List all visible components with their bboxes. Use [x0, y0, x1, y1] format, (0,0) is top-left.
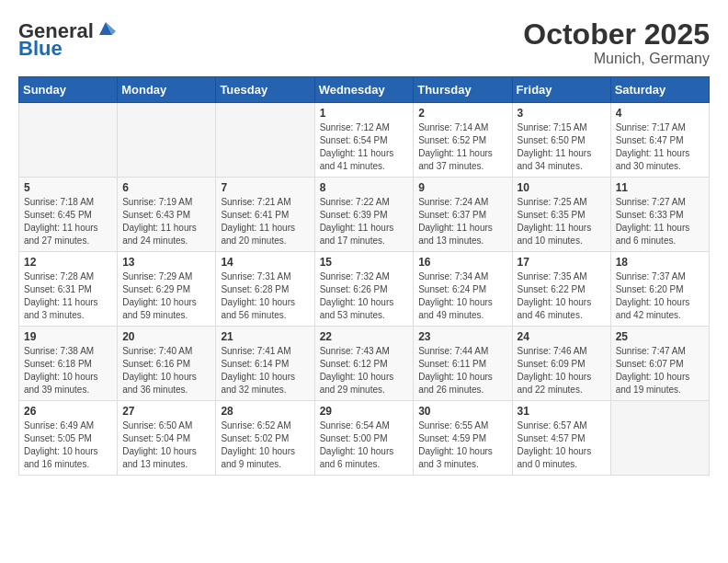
day-info: Sunrise: 7:12 AM Sunset: 6:54 PM Dayligh… [320, 121, 409, 173]
day-number: 22 [320, 330, 409, 343]
calendar-cell: 15Sunrise: 7:32 AM Sunset: 6:26 PM Dayli… [314, 252, 414, 327]
day-number: 12 [24, 256, 112, 269]
calendar-cell: 17Sunrise: 7:35 AM Sunset: 6:22 PM Dayli… [512, 252, 610, 327]
day-number: 21 [221, 330, 309, 343]
day-number: 20 [122, 330, 210, 343]
day-number: 25 [616, 330, 704, 343]
logo-blue-text: Blue [18, 37, 63, 61]
weekday-header: Sunday [19, 77, 118, 103]
day-info: Sunrise: 7:19 AM Sunset: 6:43 PM Dayligh… [122, 196, 210, 247]
day-info: Sunrise: 6:50 AM Sunset: 5:04 PM Dayligh… [122, 419, 210, 471]
calendar-cell: 18Sunrise: 7:37 AM Sunset: 6:20 PM Dayli… [610, 252, 709, 327]
calendar-cell: 30Sunrise: 6:55 AM Sunset: 4:59 PM Dayli… [414, 401, 512, 476]
day-info: Sunrise: 7:28 AM Sunset: 6:31 PM Dayligh… [24, 270, 112, 322]
calendar-cell: 3Sunrise: 7:15 AM Sunset: 6:50 PM Daylig… [512, 103, 610, 178]
day-number: 15 [320, 256, 409, 269]
logo: General Blue [18, 18, 116, 61]
calendar-cell: 9Sunrise: 7:24 AM Sunset: 6:37 PM Daylig… [414, 178, 512, 252]
logo-icon [96, 18, 116, 39]
day-info: Sunrise: 7:35 AM Sunset: 6:22 PM Dayligh… [518, 270, 606, 322]
day-info: Sunrise: 7:47 AM Sunset: 6:07 PM Dayligh… [616, 345, 704, 396]
calendar-cell [19, 103, 118, 178]
day-info: Sunrise: 7:14 AM Sunset: 6:52 PM Dayligh… [418, 121, 506, 173]
day-info: Sunrise: 7:38 AM Sunset: 6:18 PM Dayligh… [24, 345, 112, 396]
day-info: Sunrise: 7:46 AM Sunset: 6:09 PM Dayligh… [518, 345, 606, 396]
calendar-cell [610, 401, 709, 476]
day-number: 23 [418, 330, 506, 343]
day-info: Sunrise: 7:32 AM Sunset: 6:26 PM Dayligh… [320, 270, 409, 322]
day-info: Sunrise: 7:34 AM Sunset: 6:24 PM Dayligh… [418, 270, 506, 322]
calendar-cell: 29Sunrise: 6:54 AM Sunset: 5:00 PM Dayli… [314, 401, 414, 476]
weekday-header: Tuesday [216, 77, 314, 103]
day-number: 4 [616, 107, 704, 120]
calendar-cell: 7Sunrise: 7:21 AM Sunset: 6:41 PM Daylig… [216, 178, 314, 252]
page-header: General Blue October 2025 Munich, German… [18, 18, 710, 67]
weekday-header: Thursday [414, 77, 512, 103]
day-info: Sunrise: 7:21 AM Sunset: 6:41 PM Dayligh… [221, 196, 309, 247]
title-area: October 2025 Munich, Germany [523, 18, 710, 67]
calendar-table: SundayMondayTuesdayWednesdayThursdayFrid… [18, 76, 710, 476]
day-info: Sunrise: 6:49 AM Sunset: 5:05 PM Dayligh… [24, 419, 112, 471]
calendar-cell [216, 103, 314, 178]
calendar-week-row: 12Sunrise: 7:28 AM Sunset: 6:31 PM Dayli… [19, 252, 710, 327]
day-number: 5 [24, 181, 112, 194]
calendar-cell: 21Sunrise: 7:41 AM Sunset: 6:14 PM Dayli… [216, 327, 314, 401]
day-number: 1 [320, 107, 409, 120]
calendar-cell: 24Sunrise: 7:46 AM Sunset: 6:09 PM Dayli… [512, 327, 610, 401]
calendar-cell: 26Sunrise: 6:49 AM Sunset: 5:05 PM Dayli… [19, 401, 118, 476]
day-info: Sunrise: 6:55 AM Sunset: 4:59 PM Dayligh… [418, 419, 506, 471]
day-info: Sunrise: 7:44 AM Sunset: 6:11 PM Dayligh… [418, 345, 506, 396]
calendar-week-row: 1Sunrise: 7:12 AM Sunset: 6:54 PM Daylig… [19, 103, 710, 178]
day-info: Sunrise: 7:31 AM Sunset: 6:28 PM Dayligh… [221, 270, 309, 322]
day-number: 31 [518, 405, 606, 418]
calendar-header-row: SundayMondayTuesdayWednesdayThursdayFrid… [19, 77, 710, 103]
day-info: Sunrise: 6:52 AM Sunset: 5:02 PM Dayligh… [221, 419, 309, 471]
calendar-cell: 10Sunrise: 7:25 AM Sunset: 6:35 PM Dayli… [512, 178, 610, 252]
day-info: Sunrise: 7:25 AM Sunset: 6:35 PM Dayligh… [518, 196, 606, 247]
day-number: 30 [418, 405, 506, 418]
day-number: 9 [418, 181, 506, 194]
day-info: Sunrise: 7:22 AM Sunset: 6:39 PM Dayligh… [320, 196, 409, 247]
calendar-cell: 14Sunrise: 7:31 AM Sunset: 6:28 PM Dayli… [216, 252, 314, 327]
day-number: 29 [320, 405, 409, 418]
calendar-cell: 22Sunrise: 7:43 AM Sunset: 6:12 PM Dayli… [314, 327, 414, 401]
day-number: 7 [221, 181, 309, 194]
calendar-cell: 28Sunrise: 6:52 AM Sunset: 5:02 PM Dayli… [216, 401, 314, 476]
day-number: 18 [616, 256, 704, 269]
day-number: 27 [122, 405, 210, 418]
calendar-cell: 12Sunrise: 7:28 AM Sunset: 6:31 PM Dayli… [19, 252, 118, 327]
weekday-header: Saturday [610, 77, 709, 103]
day-number: 8 [320, 181, 409, 194]
calendar-cell: 16Sunrise: 7:34 AM Sunset: 6:24 PM Dayli… [414, 252, 512, 327]
day-number: 13 [122, 256, 210, 269]
day-number: 16 [418, 256, 506, 269]
day-number: 11 [616, 181, 704, 194]
calendar-week-row: 5Sunrise: 7:18 AM Sunset: 6:45 PM Daylig… [19, 178, 710, 252]
calendar-cell: 6Sunrise: 7:19 AM Sunset: 6:43 PM Daylig… [118, 178, 216, 252]
day-number: 19 [24, 330, 112, 343]
calendar-cell: 2Sunrise: 7:14 AM Sunset: 6:52 PM Daylig… [414, 103, 512, 178]
calendar-cell: 19Sunrise: 7:38 AM Sunset: 6:18 PM Dayli… [19, 327, 118, 401]
calendar-cell: 20Sunrise: 7:40 AM Sunset: 6:16 PM Dayli… [118, 327, 216, 401]
calendar-cell: 23Sunrise: 7:44 AM Sunset: 6:11 PM Dayli… [414, 327, 512, 401]
weekday-header: Friday [512, 77, 610, 103]
day-number: 28 [221, 405, 309, 418]
day-number: 26 [24, 405, 112, 418]
calendar-cell [118, 103, 216, 178]
day-number: 6 [122, 181, 210, 194]
location: Munich, Germany [523, 51, 710, 67]
calendar-cell: 27Sunrise: 6:50 AM Sunset: 5:04 PM Dayli… [118, 401, 216, 476]
day-info: Sunrise: 7:18 AM Sunset: 6:45 PM Dayligh… [24, 196, 112, 247]
calendar-cell: 8Sunrise: 7:22 AM Sunset: 6:39 PM Daylig… [314, 178, 414, 252]
day-info: Sunrise: 7:41 AM Sunset: 6:14 PM Dayligh… [221, 345, 309, 396]
day-info: Sunrise: 7:15 AM Sunset: 6:50 PM Dayligh… [518, 121, 606, 173]
day-number: 24 [518, 330, 606, 343]
day-info: Sunrise: 7:40 AM Sunset: 6:16 PM Dayligh… [122, 345, 210, 396]
day-info: Sunrise: 7:17 AM Sunset: 6:47 PM Dayligh… [616, 121, 704, 173]
calendar-cell: 1Sunrise: 7:12 AM Sunset: 6:54 PM Daylig… [314, 103, 414, 178]
day-info: Sunrise: 7:27 AM Sunset: 6:33 PM Dayligh… [616, 196, 704, 247]
day-info: Sunrise: 7:43 AM Sunset: 6:12 PM Dayligh… [320, 345, 409, 396]
calendar-cell: 4Sunrise: 7:17 AM Sunset: 6:47 PM Daylig… [610, 103, 709, 178]
calendar-cell: 5Sunrise: 7:18 AM Sunset: 6:45 PM Daylig… [19, 178, 118, 252]
day-number: 17 [518, 256, 606, 269]
